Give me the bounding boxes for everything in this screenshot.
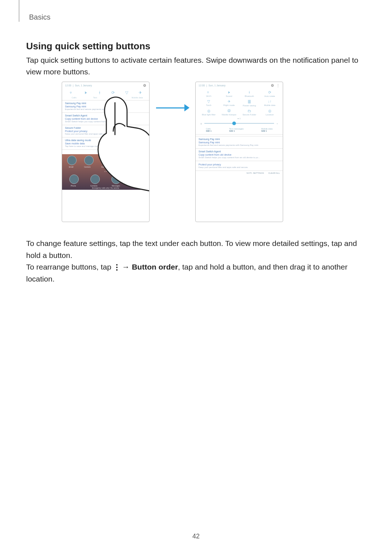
more-options-icon <box>114 264 119 271</box>
date-text: Sun, 1 January <box>208 84 225 87</box>
text: To rearrange buttons, tap <box>26 263 114 271</box>
sim-row: CallsSIM 1 Text messagesSIM 1 Mobile dat… <box>196 127 283 133</box>
paragraph: To change feature settings, tap the text… <box>26 238 366 261</box>
notif-title: Copy content from old device <box>65 118 146 120</box>
tile-label: Blue light filter <box>202 114 216 116</box>
notification-card[interactable]: Smart Switch Agent Copy content from old… <box>62 112 149 125</box>
sim-text-label: Text <box>85 97 105 99</box>
clear-all-button[interactable]: CLEAR ALL <box>268 172 280 174</box>
battery-icon[interactable]: 🀫 <box>248 99 251 104</box>
data-icon[interactable]: ↓↑ <box>268 99 271 103</box>
notif-body: Keep your personal files and apps safe a… <box>199 166 280 168</box>
notif-app: Smart Switch Agent <box>199 150 280 153</box>
volume-icon[interactable]: 🕨 <box>227 90 231 94</box>
notif-title: Protect your privacy <box>65 130 146 132</box>
noti-settings-button[interactable]: NOTI. SETTINGS <box>113 151 130 153</box>
rotate-icon[interactable]: ⟳ <box>111 90 115 95</box>
tile-label: Mobile Hotspot <box>222 114 236 116</box>
app-icon[interactable] <box>118 156 127 165</box>
more-options-icon[interactable]: ⋮ <box>276 83 280 87</box>
notif-body: Smart Switch helps you copy content from… <box>65 120 146 123</box>
phone-left: 12:00 | Sun, 1 January ⚙ ᯤ 🕨 ᚼ ⟳ ▽ ✈ Cal… <box>62 82 150 222</box>
airplane-icon[interactable]: ✈ <box>139 90 142 95</box>
brightness-icon: ☼ <box>200 122 202 125</box>
home-screen: Email Camera Gallery Play Store Google ⌂… <box>62 154 149 190</box>
emergency-text: Emergency calls only | No service <box>64 187 148 189</box>
dock-label: Internet <box>134 185 140 187</box>
notif-footer: NOTI. SETTINGS CLEAR ALL <box>196 171 283 175</box>
app-label: Gallery <box>101 166 107 168</box>
breadcrumb: Basics <box>29 13 50 21</box>
tile-label: Auto rotate <box>264 95 275 97</box>
location-icon[interactable]: ◎ <box>268 109 271 113</box>
app-label: Email <box>69 166 74 168</box>
settings-gear-icon[interactable]: ⚙ <box>143 83 146 87</box>
app-icon[interactable] <box>84 156 94 165</box>
sim-calls-label: Calls <box>64 97 84 99</box>
figure: 12:00 | Sun, 1 January ⚙ ᯤ 🕨 ᚼ ⟳ ▽ ✈ Cal… <box>62 82 283 227</box>
tile-label: Torch <box>206 104 212 106</box>
notif-title: Samsung Pay mini <box>199 141 280 144</box>
notification-card[interactable]: Ultra data saving mode Save mobile data … <box>62 137 149 149</box>
notif-body: Smart Switch helps you copy content from… <box>199 156 280 159</box>
wifi-icon[interactable]: ᯤ <box>207 90 211 94</box>
app-icon[interactable] <box>101 156 110 165</box>
margin-rule <box>19 0 19 22</box>
time-text: 12:00 <box>199 84 205 87</box>
notif-title: Samsung Pay mini <box>65 105 146 108</box>
sim-data-label: Mobile data <box>127 97 147 99</box>
quick-settings-grid: ᯤWi-Fi 🕨Sound ᚼBluetooth ⟳Auto rotate ▽T… <box>196 89 283 117</box>
notification-card[interactable]: Protect your privacy Keep your personal … <box>196 161 283 171</box>
status-bar: 12:00 | Sun, 1 January ⚙ ⋮ <box>196 82 283 89</box>
volume-icon[interactable]: 🕨 <box>84 90 88 95</box>
app-icon[interactable] <box>135 156 144 165</box>
notif-body: Keep your personal files and apps safe a… <box>65 133 146 135</box>
clear-all-button[interactable]: CLEAR ALL <box>135 151 146 153</box>
torch-icon[interactable]: ▽ <box>207 99 210 103</box>
page-dots: ⌂ • <box>64 170 148 172</box>
dock-icon[interactable] <box>69 175 79 184</box>
hotspot-icon[interactable]: ⦿ <box>227 109 231 113</box>
sim-sub: SIM 1 <box>261 130 267 132</box>
time-text: 12:00 <box>65 84 72 87</box>
text: → <box>122 263 132 271</box>
notification-card[interactable]: Secure Folder Protect your privacy Keep … <box>62 125 149 137</box>
notif-footer: NOTI. SETTINGS CLEAR ALL <box>62 149 149 154</box>
secure-icon[interactable]: 🗀 <box>248 109 251 113</box>
tile-label: Secure Folder <box>242 114 256 116</box>
button-order-label: Button order <box>132 263 178 271</box>
dock-icon[interactable] <box>90 175 100 184</box>
brightness-slider[interactable]: ☼ ⌄ <box>196 120 283 127</box>
notif-body: Tap here to save and manage mobile data … <box>65 145 146 147</box>
date-text: Sun, 1 January <box>75 84 92 87</box>
bluetooth-icon[interactable]: ᚼ <box>98 90 101 95</box>
app-icon[interactable] <box>67 156 77 165</box>
quick-icons-row: ᯤ 🕨 ᚼ ⟳ ▽ ✈ <box>62 89 149 97</box>
airplane-icon[interactable]: ✈ <box>228 99 230 103</box>
notification-card[interactable]: Samsung Pay mini Samsung Pay mini Experi… <box>62 100 149 112</box>
torch-icon[interactable]: ▽ <box>125 90 128 95</box>
bluetooth-icon[interactable]: ᚼ <box>248 90 250 94</box>
notif-title: Copy content from old device <box>199 153 280 156</box>
phone-right: 12:00 | Sun, 1 January ⚙ ⋮ ᯤWi-Fi 🕨Sound… <box>195 82 283 222</box>
dock-icon[interactable] <box>111 175 121 184</box>
notification-card[interactable]: Smart Switch Agent Copy content from old… <box>196 148 283 161</box>
notif-body: Experience fast and secure payments with… <box>65 108 146 110</box>
notif-title: Protect your privacy <box>199 163 280 166</box>
sim-sub: SIM 1 <box>206 130 212 132</box>
notif-app: Smart Switch Agent <box>65 114 146 117</box>
settings-gear-icon[interactable]: ⚙ <box>271 83 274 87</box>
chevron-down-icon[interactable]: ⌄ <box>276 122 278 125</box>
section-heading: Using quick setting buttons <box>26 41 150 52</box>
notification-card[interactable]: Samsung Pay mini Samsung Pay mini Experi… <box>196 136 283 148</box>
noti-settings-button[interactable]: NOTI. SETTINGS <box>246 172 264 174</box>
page: Basics Using quick setting buttons Tap q… <box>0 0 392 554</box>
bluelight-icon[interactable]: ◎ <box>207 109 211 113</box>
arrow-icon <box>156 104 189 111</box>
rotate-icon[interactable]: ⟳ <box>268 90 271 94</box>
dock-icon[interactable] <box>132 175 142 184</box>
status-bar: 12:00 | Sun, 1 January ⚙ <box>62 82 149 89</box>
sim-sub: SIM 1 <box>229 130 235 132</box>
tile-label: Wi-Fi <box>206 95 211 97</box>
wifi-icon[interactable]: ᯤ <box>69 90 73 95</box>
